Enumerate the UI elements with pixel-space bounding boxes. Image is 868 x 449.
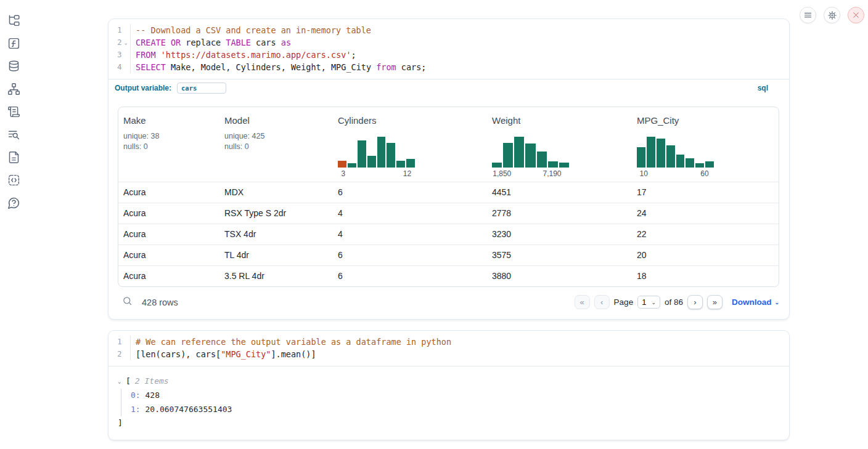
python-editor[interactable]: 1# We can reference the output variable … (108, 331, 789, 366)
column-header[interactable]: Makeunique: 38nulls: 0 (118, 107, 219, 182)
table-cell: 4451 (487, 182, 632, 203)
histogram-bar[interactable] (348, 163, 356, 168)
functions-icon[interactable] (7, 36, 20, 50)
logs-icon[interactable] (7, 127, 20, 141)
tree-collapse-icon[interactable]: ⌄ (118, 378, 126, 384)
histogram-bar[interactable] (358, 140, 366, 168)
table-row[interactable]: AcuraTSX 4dr4323022 (118, 224, 779, 245)
help-icon[interactable] (7, 196, 20, 209)
tree-item[interactable]: 0: 428 (131, 389, 780, 403)
first-page-button[interactable]: « (575, 295, 590, 309)
notebook-actions (800, 7, 864, 23)
histogram-bar[interactable] (637, 147, 645, 168)
histogram-bar[interactable] (503, 143, 513, 168)
table-row[interactable]: AcuraTL 4dr6357520 (118, 245, 779, 265)
close-bracket: ] (118, 418, 780, 427)
code-line[interactable]: 2[len(cars), cars["MPG_City"].mean()] (108, 348, 789, 360)
histogram-bar[interactable] (514, 137, 524, 168)
row-count: 428 rows (142, 297, 178, 307)
table-cell: 4 (333, 224, 487, 245)
last-page-button[interactable]: » (707, 295, 723, 309)
chevron-down-icon: ⌄ (774, 299, 779, 305)
table-cell: 6 (333, 182, 487, 203)
search-icon[interactable] (122, 296, 133, 309)
table-row[interactable]: AcuraRSX Type S 2dr4277824 (118, 203, 779, 224)
next-page-button[interactable]: › (687, 295, 703, 309)
histogram-bar[interactable] (492, 163, 502, 168)
page-select-value: 1 (642, 297, 646, 307)
code-line[interactable]: 3FROM 'https://datasets.marimo.app/cars.… (108, 49, 789, 61)
table-header: Makeunique: 38nulls: 0Modelunique: 425nu… (118, 107, 779, 182)
code-line[interactable]: 4SELECT Make, Model, Cylinders, Weight, … (108, 61, 789, 73)
histogram-bar[interactable] (695, 163, 704, 168)
histogram-bar[interactable] (686, 158, 694, 168)
histogram-bar[interactable] (406, 159, 415, 168)
table-row[interactable]: AcuraMDX6445117 (118, 182, 779, 203)
column-label: Cylinders (338, 115, 482, 126)
histogram-bar[interactable] (367, 156, 376, 168)
documentation-icon[interactable] (7, 150, 20, 164)
output-variable-row: Output variable: sql (108, 79, 789, 97)
histogram-bar[interactable] (338, 161, 346, 168)
histogram-bar[interactable] (676, 155, 685, 168)
table-cell: 18 (632, 266, 779, 286)
column-header[interactable]: Weight1,8507,190 (487, 107, 632, 182)
datasources-icon[interactable] (7, 59, 20, 73)
download-button[interactable]: Download ⌄ (732, 297, 779, 307)
table-cell: 22 (632, 224, 779, 245)
table-row[interactable]: Acura3.5 RL 4dr6388018 (118, 265, 779, 286)
tree-body: 0: 4281: 20.060747663551403 (121, 389, 780, 416)
code-text: [len(cars), cars["MPG_City"].mean()] (131, 348, 316, 360)
column-header[interactable]: MPG_City1060 (632, 107, 779, 182)
column-histogram: 1,8507,190 (492, 137, 569, 178)
histogram-bar[interactable] (525, 144, 535, 168)
histogram-bar[interactable] (666, 145, 675, 168)
column-label: MPG_City (637, 115, 774, 126)
code-line[interactable]: 2⌄CREATE OR replace TABLE cars as (108, 36, 789, 49)
column-header[interactable]: Modelunique: 425nulls: 0 (219, 107, 333, 182)
histogram-max-label: 7,190 (542, 169, 561, 178)
fold-chevron-icon[interactable]: ⌄ (121, 36, 130, 49)
histogram-bar[interactable] (396, 161, 405, 168)
file-explorer-icon[interactable] (7, 14, 20, 27)
histogram-bar[interactable] (705, 161, 714, 168)
line-number: 4 (108, 61, 121, 73)
download-label: Download (732, 297, 772, 307)
shutdown-icon[interactable] (848, 7, 864, 23)
column-label: Make (123, 115, 215, 126)
code-line[interactable]: 1# We can reference the output variable … (108, 336, 789, 348)
table-cell: 3880 (487, 266, 632, 286)
python-cell: 1# We can reference the output variable … (108, 330, 790, 440)
histogram-bar[interactable] (657, 139, 665, 168)
pagination: « ‹ Page 1 ⌄ of 86 › » (575, 295, 723, 309)
tree-item-value: 428 (141, 390, 160, 400)
column-label: Weight (492, 115, 627, 126)
sql-editor[interactable]: 1-- Download a CSV and create an in-memo… (108, 19, 789, 79)
page-select[interactable]: 1 ⌄ (637, 296, 660, 309)
histogram-bar[interactable] (647, 137, 655, 168)
scratchpad-icon[interactable] (7, 105, 20, 118)
line-number: 1 (108, 24, 121, 36)
prev-page-button[interactable]: ‹ (594, 295, 610, 309)
code-line[interactable]: 1-- Download a CSV and create an in-memo… (108, 24, 789, 36)
table-cell: 17 (632, 182, 779, 203)
histogram-bar[interactable] (537, 152, 547, 168)
table-cell: 6 (333, 266, 487, 286)
dependency-graph-icon[interactable] (7, 82, 20, 95)
snippets-icon[interactable] (7, 173, 20, 187)
menu-icon[interactable] (800, 7, 816, 23)
tree-item[interactable]: 1: 20.060747663551403 (131, 403, 780, 417)
histogram-bar[interactable] (548, 161, 558, 168)
table-cell: 2778 (487, 203, 632, 224)
histogram-bar[interactable] (377, 137, 386, 168)
settings-icon[interactable] (824, 7, 840, 23)
gutter: 2⌄ (108, 36, 131, 49)
histogram-bar[interactable] (387, 143, 395, 168)
histogram-bar[interactable] (559, 163, 569, 168)
table-cell: 20 (632, 245, 779, 265)
tree-item-index: 1: (131, 405, 141, 414)
table-cell: MDX (219, 182, 333, 203)
column-header[interactable]: Cylinders312 (333, 107, 487, 182)
open-bracket: [ (126, 376, 131, 386)
output-variable-input[interactable] (177, 83, 226, 94)
